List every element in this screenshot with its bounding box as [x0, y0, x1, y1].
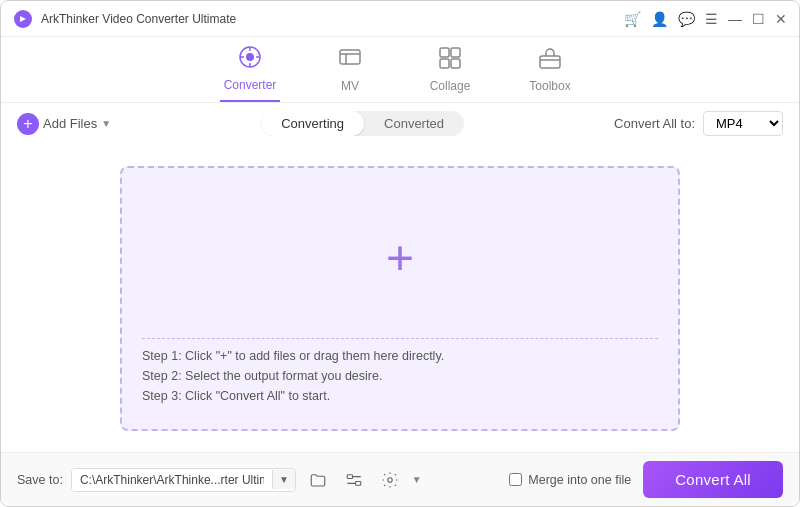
main-content: + Step 1: Click "+" to add files or drag… [1, 144, 799, 452]
convert-settings-icon[interactable] [340, 466, 368, 494]
save-to-group: Save to: ▼ [17, 466, 422, 494]
svg-point-12 [349, 482, 351, 484]
app-icon [13, 9, 33, 29]
svg-point-2 [246, 53, 254, 61]
convert-all-button[interactable]: Convert All [643, 461, 783, 498]
title-bar-left: ArkThinker Video Converter Ultimate [13, 9, 236, 29]
drop-area[interactable]: + Step 1: Click "+" to add files or drag… [120, 166, 680, 431]
instruction-3: Step 3: Click "Convert All" to start. [142, 389, 658, 403]
mv-icon [338, 46, 362, 75]
svg-rect-10 [355, 481, 360, 485]
instructions: Step 1: Click "+" to add files or drag t… [142, 338, 658, 409]
app-title: ArkThinker Video Converter Ultimate [41, 12, 236, 26]
merge-checkbox-input[interactable] [509, 473, 522, 486]
close-icon[interactable]: ✕ [775, 11, 787, 27]
user-icon[interactable]: 👤 [651, 11, 668, 27]
drop-plus-icon: + [386, 234, 414, 282]
svg-point-13 [388, 477, 393, 482]
converter-icon [238, 45, 262, 74]
svg-rect-4 [440, 48, 449, 57]
svg-rect-6 [440, 59, 449, 68]
nav-label-mv: MV [341, 79, 359, 93]
gear-dropdown-icon[interactable]: ▼ [412, 474, 422, 485]
minimize-icon[interactable]: — [728, 11, 742, 27]
add-files-label: Add Files [43, 116, 97, 131]
footer-action-icons: ▼ [304, 466, 422, 494]
toolbar: + Add Files ▼ Converting Converted Conve… [1, 103, 799, 144]
svg-rect-3 [340, 50, 360, 64]
add-files-plus-icon: + [17, 113, 39, 135]
toolbox-icon [538, 46, 562, 75]
save-path-input[interactable] [72, 469, 272, 491]
instruction-1: Step 1: Click "+" to add files or drag t… [142, 349, 658, 363]
footer-right: Merge into one file Convert All [509, 461, 783, 498]
nav-item-converter[interactable]: Converter [220, 45, 280, 102]
svg-rect-7 [451, 59, 460, 68]
gear-icon[interactable] [376, 466, 404, 494]
svg-rect-8 [540, 56, 560, 68]
save-to-label: Save to: [17, 473, 63, 487]
convert-all-to-group: Convert All to: MP4 MKV AVI MOV MP3 [614, 111, 783, 136]
cart-icon[interactable]: 🛒 [624, 11, 641, 27]
drop-zone[interactable]: + [142, 188, 658, 328]
nav-label-converter: Converter [224, 78, 277, 92]
instruction-2: Step 2: Select the output format you des… [142, 369, 658, 383]
add-files-dropdown-icon: ▼ [101, 118, 111, 129]
add-files-button[interactable]: + Add Files ▼ [17, 113, 111, 135]
tab-converting[interactable]: Converting [261, 111, 364, 136]
merge-label: Merge into one file [528, 473, 631, 487]
svg-rect-5 [451, 48, 460, 57]
collage-icon [438, 46, 462, 75]
nav-label-collage: Collage [430, 79, 471, 93]
nav-item-mv[interactable]: MV [320, 46, 380, 101]
maximize-icon[interactable]: ☐ [752, 11, 765, 27]
merge-checkbox-label[interactable]: Merge into one file [509, 473, 631, 487]
svg-rect-9 [347, 474, 352, 478]
tab-converted[interactable]: Converted [364, 111, 464, 136]
path-group: ▼ [71, 468, 296, 492]
tab-group: Converting Converted [261, 111, 464, 136]
title-bar: ArkThinker Video Converter Ultimate 🛒 👤 … [1, 1, 799, 37]
nav-label-toolbox: Toolbox [529, 79, 570, 93]
nav-bar: Converter MV Collage [1, 37, 799, 103]
footer: Save to: ▼ [1, 452, 799, 506]
nav-item-collage[interactable]: Collage [420, 46, 480, 101]
nav-item-toolbox[interactable]: Toolbox [520, 46, 580, 101]
chat-icon[interactable]: 💬 [678, 11, 695, 27]
folder-icon[interactable] [304, 466, 332, 494]
path-dropdown-icon[interactable]: ▼ [272, 470, 295, 489]
title-bar-controls: 🛒 👤 💬 ☰ — ☐ ✕ [624, 11, 787, 27]
format-select[interactable]: MP4 MKV AVI MOV MP3 [703, 111, 783, 136]
svg-point-11 [357, 475, 359, 477]
convert-all-to-label: Convert All to: [614, 116, 695, 131]
menu-icon[interactable]: ☰ [705, 11, 718, 27]
